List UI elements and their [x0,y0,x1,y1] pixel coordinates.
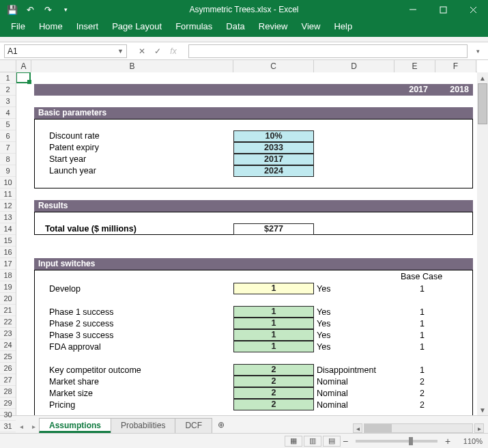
row-header-31[interactable]: 31 [0,421,16,432]
row-header-23[interactable]: 23 [0,328,16,339]
menu-formulas[interactable]: Formulas [174,19,214,33]
row-header-26[interactable]: 26 [0,363,16,374]
value-develop[interactable]: 1 [233,283,314,294]
scroll-up-icon[interactable]: ▲ [477,72,488,83]
vertical-scroll-thumb[interactable] [478,83,487,124]
row-header-3[interactable]: 3 [0,96,16,107]
row-header-30[interactable]: 30 [0,409,16,421]
horizontal-scrollbar[interactable]: ◂ ▸ [353,423,484,433]
insert-function-icon[interactable]: fx [167,45,180,57]
view-normal-icon[interactable]: ▦ [285,436,302,447]
name-box-dropdown-icon[interactable]: ▼ [117,48,124,55]
row-header-28[interactable]: 28 [0,386,16,397]
zoom-in-button[interactable]: + [443,436,453,447]
save-icon[interactable]: 💾 [4,1,20,18]
row-header-14[interactable]: 14 [0,223,16,235]
value-launch-year[interactable]: 2024 [233,165,314,177]
row-headers[interactable]: 1234567891011121314151617181920212223242… [0,72,16,415]
zoom-out-button[interactable]: − [341,436,350,447]
row-header-29[interactable]: 29 [0,397,16,409]
row-header-1[interactable]: 1 [0,72,16,84]
row-header-18[interactable]: 18 [0,270,16,281]
scroll-down-icon[interactable]: ▼ [477,404,488,415]
menu-data[interactable]: Data [225,19,246,33]
sheet-tab-assumptions[interactable]: Assumptions [39,418,111,433]
tab-nav-next-icon[interactable]: ▸ [27,419,40,433]
market-value-0[interactable]: 2 [233,364,314,376]
maximize-button[interactable] [428,0,458,19]
row-header-8[interactable]: 8 [0,154,16,165]
row-header-4[interactable]: 4 [0,107,16,119]
name-box[interactable]: A1 ▼ [4,44,127,58]
row-header-7[interactable]: 7 [0,142,16,154]
value-total-value[interactable]: $277 [233,223,314,235]
row-header-5[interactable]: 5 [0,119,16,130]
row-header-13[interactable]: 13 [0,212,16,223]
col-header-c[interactable]: C [233,60,314,72]
scroll-right-icon[interactable]: ▸ [474,423,484,433]
menu-review[interactable]: Review [257,19,289,33]
row-header-11[interactable]: 11 [0,188,16,200]
zoom-slider[interactable] [356,440,437,443]
phase-value-2[interactable]: 1 [233,329,314,341]
row-header-17[interactable]: 17 [0,258,16,270]
scroll-left-icon[interactable]: ◂ [353,423,362,433]
menu-insert[interactable]: Insert [75,19,100,33]
horizontal-scroll-thumb[interactable] [364,424,392,432]
value-discount-rate[interactable]: 10% [233,130,314,142]
row-header-9[interactable]: 9 [0,165,16,177]
row-header-22[interactable]: 22 [0,316,16,328]
col-header-a[interactable]: A [16,60,31,72]
sheet-tab-probabilities[interactable]: Probabilities [111,418,175,433]
redo-icon[interactable]: ↷ [40,1,56,18]
col-header-f[interactable]: F [435,60,476,72]
value-start-year[interactable]: 2017 [233,154,314,165]
zoom-level[interactable]: 110% [453,437,483,445]
row-header-21[interactable]: 21 [0,305,16,316]
row-header-25[interactable]: 25 [0,351,16,363]
col-header-d[interactable]: D [314,60,394,72]
qa-customize-icon[interactable]: ▾ [57,1,74,18]
market-value-2[interactable]: 2 [233,387,314,399]
column-headers[interactable]: A B C D E F [16,60,477,72]
value-patent-expiry[interactable]: 2033 [233,142,314,154]
cancel-formula-icon[interactable]: ✕ [135,45,149,57]
vertical-scrollbar[interactable]: ▲ ▼ [477,72,488,415]
zoom-slider-thumb[interactable] [409,437,413,445]
minimize-button[interactable] [398,0,428,19]
row-header-27[interactable]: 27 [0,374,16,386]
undo-icon[interactable]: ↶ [22,1,38,18]
row-header-16[interactable]: 16 [0,247,16,258]
row-header-20[interactable]: 20 [0,293,16,305]
market-value-3[interactable]: 2 [233,399,314,410]
view-page-break-icon[interactable]: ▤ [323,436,341,447]
formula-bar-expand-icon[interactable]: ▾ [472,48,484,55]
formula-input[interactable] [188,44,468,58]
spreadsheet-grid[interactable]: A B C D E F 1234567891011121314151617181… [0,60,488,415]
col-header-b[interactable]: B [31,60,233,72]
phase-value-1[interactable]: 1 [233,318,314,329]
close-button[interactable] [458,0,488,19]
col-header-e[interactable]: E [394,60,435,72]
menu-page-layout[interactable]: Page Layout [111,19,163,33]
row-header-15[interactable]: 15 [0,235,16,247]
sheet-tab-dcf[interactable]: DCF [175,418,212,433]
row-header-6[interactable]: 6 [0,130,16,142]
phase-value-3[interactable]: 1 [233,341,314,352]
market-value-1[interactable]: 2 [233,376,314,387]
phase-value-0[interactable]: 1 [233,306,314,318]
menu-home[interactable]: Home [38,19,64,33]
menu-help[interactable]: Help [332,19,354,33]
view-page-layout-icon[interactable]: ▥ [304,436,321,447]
new-sheet-button[interactable]: ⊕ [212,418,231,433]
menu-file[interactable]: File [10,19,27,33]
tab-nav-prev-icon[interactable]: ◂ [15,419,27,433]
row-header-10[interactable]: 10 [0,177,16,188]
row-header-24[interactable]: 24 [0,339,16,351]
row-header-19[interactable]: 19 [0,281,16,293]
menu-view[interactable]: View [300,19,321,33]
horizontal-scroll-track[interactable] [364,423,473,433]
row-header-2[interactable]: 2 [0,84,16,96]
row-header-12[interactable]: 12 [0,200,16,212]
cells-area[interactable]: 2017 2018 Basic parameters Discount rate… [16,72,477,415]
